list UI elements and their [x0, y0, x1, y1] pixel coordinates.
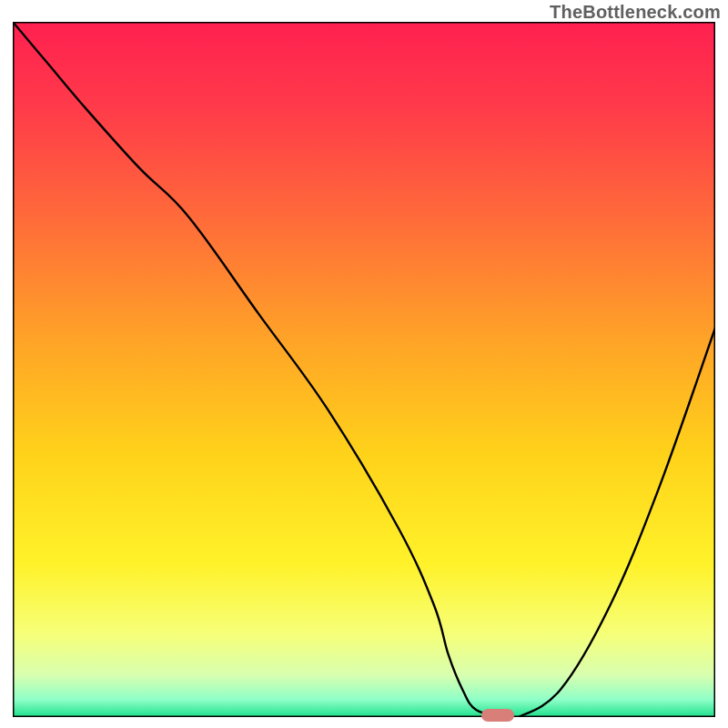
plot-area — [13, 22, 715, 717]
plot-svg — [13, 22, 715, 717]
watermark-text: TheBottleneck.com — [550, 2, 721, 23]
optimal-marker — [481, 709, 514, 722]
chart-frame: TheBottleneck.com — [0, 0, 728, 728]
gradient-background — [13, 22, 715, 717]
